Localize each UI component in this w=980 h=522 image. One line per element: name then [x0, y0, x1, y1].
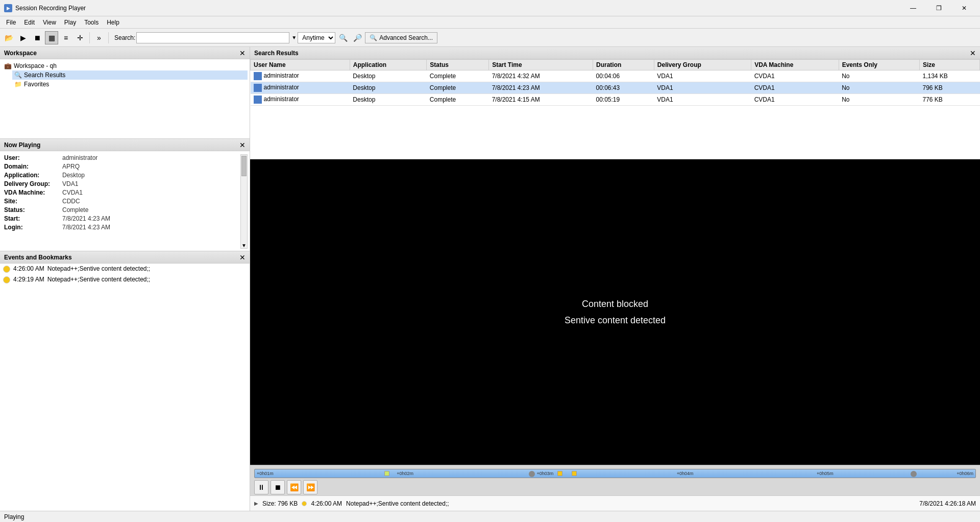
- cell-duration: 00:04:06: [593, 70, 654, 82]
- delivery-group-value: VDA1: [62, 180, 78, 187]
- col-header-username: User Name: [251, 60, 350, 70]
- search-results-close-button[interactable]: ✕: [970, 49, 976, 57]
- workspace-search-results-item[interactable]: 🔍 Search Results: [12, 70, 248, 80]
- app-title: Session Recording Player: [15, 5, 901, 12]
- cell-vdamachine: CVDA1: [751, 94, 839, 106]
- dropdown-arrow: ▼: [291, 35, 297, 40]
- cell-starttime: 7/8/2021 4:23 AM: [489, 82, 593, 94]
- search-clear-button[interactable]: 🔎: [351, 31, 364, 44]
- workspace-title: Workspace: [4, 50, 37, 57]
- timeline-track[interactable]: +0h01m +0h02m +0h03m +0h04m +0h05m +0h06…: [254, 469, 976, 478]
- login-label: Login:: [4, 224, 60, 231]
- event-item-1[interactable]: 4:26:00 AM Notepad++;Sentive content det…: [0, 264, 250, 274]
- events-close-button[interactable]: ✕: [239, 253, 246, 262]
- now-playing-info: User: administrator Domain: APRQ Applica…: [0, 151, 250, 235]
- workspace-children: 🔍 Search Results 📁 Favorites: [2, 70, 248, 89]
- table-row[interactable]: administrator Desktop Complete 7/8/2021 …: [251, 94, 980, 106]
- menu-help[interactable]: Help: [103, 18, 124, 27]
- cell-duration: 00:05:19: [593, 94, 654, 106]
- cell-application: Desktop: [350, 94, 427, 106]
- info-row-user: User: administrator: [4, 154, 246, 161]
- toolbar-separator: [89, 32, 90, 43]
- left-panel: Workspace ✕ 💼 Workspace - qh 🔍 Search Re…: [0, 47, 250, 511]
- more-button[interactable]: »: [92, 31, 106, 44]
- domain-value: APRQ: [62, 163, 80, 170]
- cell-vdamachine: CVDA1: [751, 70, 839, 82]
- info-row-vda-machine: VDA Machine: CVDA1: [4, 189, 246, 196]
- play-button[interactable]: ▶: [16, 31, 30, 44]
- move-button[interactable]: ✛: [74, 31, 87, 44]
- cell-deliverygroup: VDA1: [654, 82, 751, 94]
- workspace-favorites-item[interactable]: 📁 Favorites: [12, 80, 248, 89]
- table-row[interactable]: administrator Desktop Complete 7/8/2021 …: [251, 70, 980, 82]
- stop-button[interactable]: ⏹: [31, 31, 44, 44]
- timeline-labels-overlay: +0h01m +0h02m +0h03m +0h04m +0h05m +0h06…: [255, 469, 975, 478]
- cell-deliverygroup: VDA1: [654, 70, 751, 82]
- now-playing-header: Now Playing ✕: [0, 139, 250, 151]
- search-results-icon: 🔍: [14, 72, 22, 79]
- col-header-status: Status: [427, 60, 489, 70]
- grid-view-button[interactable]: ▦: [45, 31, 58, 44]
- fast-forward-button[interactable]: ⏩: [303, 480, 317, 494]
- player-size-label: Size: 796 KB: [262, 500, 298, 507]
- event-time-2: 4:29:19 AM: [13, 276, 44, 283]
- advanced-search-button[interactable]: 🔍 Advanced Search...: [365, 32, 437, 43]
- workspace-header: Workspace ✕: [0, 47, 250, 59]
- delivery-group-label: Delivery Group:: [4, 180, 60, 187]
- scroll-down-icon[interactable]: ▼: [241, 243, 247, 248]
- cell-vdamachine: CVDA1: [751, 82, 839, 94]
- search-execute-button[interactable]: 🔍: [336, 31, 350, 44]
- search-input[interactable]: [136, 32, 289, 43]
- menu-play[interactable]: Play: [60, 18, 80, 27]
- search-results-header: Search Results ✕: [250, 47, 980, 59]
- main-area: Workspace ✕ 💼 Workspace - qh 🔍 Search Re…: [0, 47, 980, 511]
- favorites-icon: 📁: [14, 81, 22, 88]
- cell-status: Complete: [427, 94, 489, 106]
- now-playing-close-button[interactable]: ✕: [239, 141, 246, 149]
- now-playing-title: Now Playing: [4, 141, 40, 149]
- search-results-title: Search Results: [254, 50, 299, 57]
- event-item-2[interactable]: 4:29:19 AM Notepad++;Sentive content det…: [0, 274, 250, 285]
- player-event-time: 4:26:00 AM: [311, 500, 342, 507]
- label-0h01m: +0h01m: [257, 471, 274, 476]
- list-view-button[interactable]: ≡: [59, 31, 72, 44]
- col-header-size: Size: [919, 60, 979, 70]
- pause-button[interactable]: ⏸: [254, 480, 268, 494]
- player-event-dot: [302, 501, 307, 506]
- blocked-text-2: Sentive content detected: [565, 312, 666, 328]
- maximize-button[interactable]: ❐: [927, 0, 950, 16]
- toolbar-separator2: [108, 32, 109, 43]
- domain-label: Domain:: [4, 163, 60, 170]
- table-row[interactable]: administrator Desktop Complete 7/8/2021 …: [251, 82, 980, 94]
- menu-edit[interactable]: Edit: [20, 18, 39, 27]
- minimize-button[interactable]: —: [901, 0, 925, 16]
- workspace-panel: Workspace ✕ 💼 Workspace - qh 🔍 Search Re…: [0, 47, 250, 139]
- now-playing-scrollbar[interactable]: ▼: [240, 154, 248, 249]
- status-text: Playing: [4, 513, 24, 520]
- player-event-desc: Notepad++;Sentive content detected;;: [346, 500, 449, 507]
- workspace-root-item[interactable]: 💼 Workspace - qh: [2, 61, 248, 70]
- cell-size: 1,134 KB: [919, 70, 979, 82]
- stop-control-button[interactable]: ⏹: [271, 480, 285, 494]
- cell-application: Desktop: [350, 82, 427, 94]
- menu-view[interactable]: View: [39, 18, 60, 27]
- workspace-close-button[interactable]: ✕: [239, 49, 246, 57]
- menu-file[interactable]: File: [2, 18, 20, 27]
- cell-eventsonly: No: [839, 70, 919, 82]
- col-header-eventsonly: Events Only: [839, 60, 919, 70]
- results-table-container[interactable]: User Name Application Status Start Time …: [250, 59, 980, 159]
- cell-deliverygroup: VDA1: [654, 94, 751, 106]
- cell-application: Desktop: [350, 70, 427, 82]
- row-icon: [254, 72, 262, 80]
- row-icon: [254, 84, 262, 92]
- table-header-row: User Name Application Status Start Time …: [251, 60, 980, 70]
- user-value: administrator: [62, 154, 97, 161]
- time-dropdown[interactable]: Anytime: [298, 32, 335, 43]
- label-0h05m: +0h05m: [817, 471, 834, 476]
- menu-tools[interactable]: Tools: [80, 18, 103, 27]
- rewind-button[interactable]: ⏪: [287, 480, 301, 494]
- cell-duration: 00:06:43: [593, 82, 654, 94]
- close-button[interactable]: ✕: [952, 0, 976, 16]
- site-label: Site:: [4, 198, 60, 205]
- open-folder-button[interactable]: 📂: [2, 31, 15, 44]
